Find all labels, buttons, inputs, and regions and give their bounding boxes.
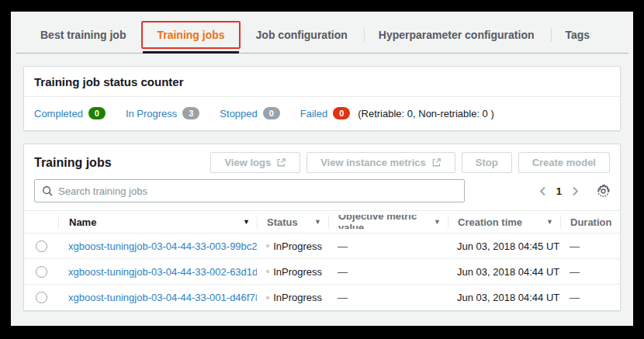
name-cell: xgboost-tuningjob-03-04-44-33-003-99bc20… <box>58 240 257 252</box>
row-select-cell <box>24 266 58 278</box>
tab[interactable]: Hyperparameter configuration <box>363 21 550 49</box>
sort-arrow-icon[interactable]: ▼ <box>546 218 553 226</box>
action-button[interactable]: View instance metrics <box>306 152 455 173</box>
column-header[interactable]: Creation time ▼ <box>448 215 560 229</box>
page-number[interactable]: 1 <box>556 185 562 197</box>
status-counter-header: Training job status counter <box>24 67 620 97</box>
objective-metric-cell: — <box>328 240 448 252</box>
status-text: InProgress <box>273 240 322 252</box>
column-header-label: Objective metric value <box>338 215 429 229</box>
status-counter-link[interactable]: Failed 0 <box>300 107 350 119</box>
inprogress-clock-icon <box>266 266 269 277</box>
status-cell: InProgress <box>257 292 328 303</box>
console-content: Best training job Training jobs Job conf… <box>11 12 633 326</box>
column-header[interactable]: Name ▼ <box>58 215 257 229</box>
column-header[interactable]: Status ▼ <box>257 215 328 229</box>
status-cell: InProgress <box>257 240 328 252</box>
pagination: 1 <box>539 185 610 198</box>
status-count-badge: 0 <box>333 107 350 119</box>
status-count-badge: 0 <box>88 107 106 119</box>
column-header-label: Name <box>69 216 96 228</box>
tab-bar: Best training job Training jobs Job conf… <box>16 21 628 54</box>
status-text: InProgress <box>273 266 322 278</box>
status-counter-link[interactable]: Completed 0 <box>34 107 106 119</box>
sort-arrow-icon[interactable]: ▼ <box>314 218 321 226</box>
status-counter-panel: Training job status counter Completed 0 … <box>23 66 621 131</box>
tab[interactable]: Best training job <box>25 21 141 49</box>
status-text: InProgress <box>273 292 322 303</box>
table-row: xgboost-tuningjob-03-04-44-33-002-63d1d0… <box>24 259 620 285</box>
sort-arrow-icon[interactable]: ▼ <box>434 218 441 226</box>
tab-label: Best training job <box>40 29 126 41</box>
action-button-label: Stop <box>476 157 498 168</box>
creation-time-cell: Jun 03, 2018 04:44 UTC <box>448 292 560 303</box>
inprogress-clock-icon <box>266 240 269 251</box>
creation-time-cell: Jun 03, 2018 04:45 UTC <box>448 240 560 252</box>
column-header[interactable]: Duration <box>560 215 620 229</box>
status-counters: Completed 0 In Progress 3 Stopped 0 Fail… <box>24 97 620 130</box>
status-counter-label: In Progress <box>126 108 177 119</box>
status-counter-label: Completed <box>34 108 83 119</box>
status-counter-label: Failed <box>300 108 327 119</box>
job-name-link[interactable]: xgboost-tuningjob-03-04-44-33-001-d46f78… <box>68 292 257 303</box>
table-row: xgboost-tuningjob-03-04-44-33-001-d46f78… <box>24 285 620 310</box>
status-count-badge: 3 <box>182 107 199 119</box>
status-counter-title: Training job status counter <box>34 75 610 88</box>
action-button[interactable]: View logs <box>210 152 300 173</box>
tab-label: Hyperparameter configuration <box>379 29 535 41</box>
search-icon <box>42 185 53 196</box>
tab[interactable]: Training jobs <box>141 21 240 49</box>
table-body: xgboost-tuningjob-03-04-44-33-003-99bc20… <box>24 233 620 310</box>
inprogress-clock-icon <box>266 292 269 303</box>
row-radio-button[interactable] <box>36 266 47 278</box>
duration-cell: — <box>560 240 620 252</box>
status-cell: InProgress <box>257 266 328 278</box>
external-link-icon <box>431 157 441 168</box>
tab[interactable]: Job configuration <box>241 21 363 49</box>
status-counter-link[interactable]: In Progress 3 <box>126 107 199 119</box>
status-counter-link[interactable]: Stopped 0 <box>220 107 279 119</box>
job-name-link[interactable]: xgboost-tuningjob-03-04-44-33-003-99bc20… <box>68 240 257 252</box>
row-select-cell <box>24 240 58 252</box>
tab[interactable]: Tags <box>550 21 606 49</box>
duration-cell: — <box>560 266 620 278</box>
table-settings-gear-icon[interactable] <box>597 185 610 198</box>
training-jobs-table: Name ▼ Status ▼ Objective metric value ▼… <box>24 210 620 310</box>
action-button[interactable]: Stop <box>462 152 512 173</box>
training-jobs-panel: Training jobs View logs View instance me… <box>23 144 621 311</box>
failed-note: (Retriable: 0, Non-retriable: 0 ) <box>358 108 494 119</box>
duration-cell: — <box>560 292 620 303</box>
action-buttons: View logs View instance metrics Stop Cre… <box>210 152 610 173</box>
job-name-link[interactable]: xgboost-tuningjob-03-04-44-33-002-63d1d0… <box>68 266 257 278</box>
column-header-label: Duration <box>570 216 611 228</box>
next-page-icon[interactable] <box>572 186 579 196</box>
tab-label: Tags <box>566 29 590 41</box>
objective-metric-cell: — <box>328 292 448 303</box>
status-count-badge: 0 <box>263 107 280 119</box>
row-radio-button[interactable] <box>36 292 47 303</box>
column-header-label: Status <box>267 216 298 228</box>
screenshot-frame: Best training job Training jobs Job conf… <box>0 0 644 339</box>
search-box[interactable] <box>34 179 465 202</box>
name-cell: xgboost-tuningjob-03-04-44-33-001-d46f78… <box>58 292 257 303</box>
action-button[interactable]: Create model <box>518 152 610 173</box>
table-header-row: Name ▼ Status ▼ Objective metric value ▼… <box>24 210 620 233</box>
sort-arrow-icon[interactable]: ▼ <box>243 218 250 226</box>
action-button-label: Create model <box>532 157 596 168</box>
name-cell: xgboost-tuningjob-03-04-44-33-002-63d1d0… <box>58 266 257 278</box>
action-button-label: View logs <box>224 157 271 168</box>
tab-label: Training jobs <box>157 29 224 41</box>
creation-time-cell: Jun 03, 2018 04:44 UTC <box>448 266 560 278</box>
table-row: xgboost-tuningjob-03-04-44-33-003-99bc20… <box>24 233 620 259</box>
column-header-label: Creation time <box>458 216 522 228</box>
search-row: 1 <box>24 176 620 210</box>
column-header[interactable]: Objective metric value ▼ <box>328 215 448 229</box>
training-jobs-header: Training jobs View logs View instance me… <box>24 144 620 176</box>
tab-label: Job configuration <box>256 29 348 41</box>
prev-page-icon[interactable] <box>539 186 546 196</box>
status-counter-label: Stopped <box>220 108 257 119</box>
column-header[interactable] <box>24 215 58 229</box>
search-input[interactable] <box>58 185 457 197</box>
row-select-cell <box>24 292 58 303</box>
row-radio-button[interactable] <box>36 240 47 252</box>
